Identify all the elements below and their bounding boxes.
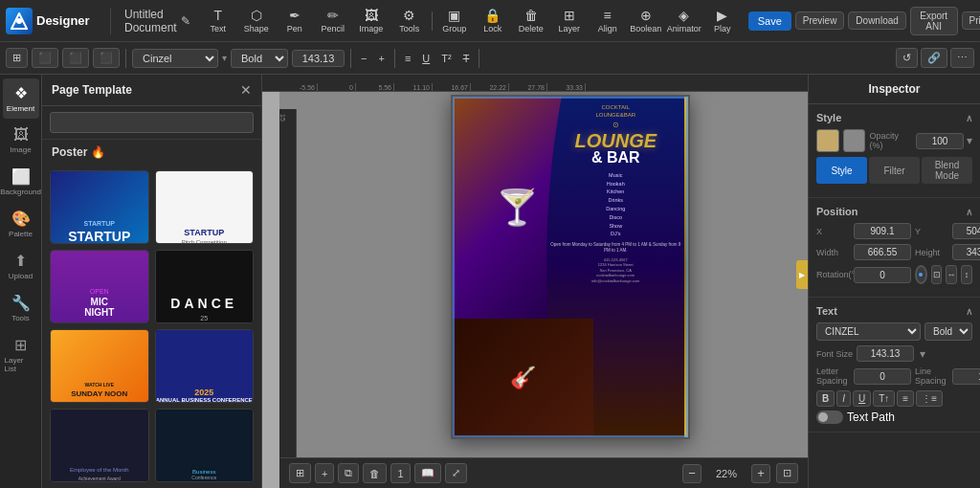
inspector-font-size-input[interactable]: [857, 345, 914, 362]
text-path-toggle[interactable]: [816, 410, 843, 424]
x-input[interactable]: [854, 223, 911, 239]
opacity-input[interactable]: [916, 133, 964, 149]
letter-spacing-input[interactable]: [854, 368, 911, 385]
tool-play[interactable]: ▶Play: [704, 3, 741, 39]
template-card-startup-white[interactable]: STARTUP Pitch Competition Free: [155, 170, 255, 244]
fill-color-swatch[interactable]: [816, 129, 839, 152]
style-chevron-icon[interactable]: ∧: [966, 113, 972, 123]
line-spacing-input[interactable]: [952, 368, 980, 385]
tool-lock[interactable]: 🔒Lock: [475, 3, 511, 39]
panel-title: Page Template: [52, 83, 132, 97]
template-card-football[interactable]: WATCH LIVE SUNDAY NOON FOOTBALL Free: [50, 329, 149, 403]
sidebar-item-upload[interactable]: ⬆ Upload: [3, 246, 39, 286]
tool-delete[interactable]: 🗑Delete: [513, 3, 549, 39]
download-button[interactable]: Download: [848, 11, 905, 30]
tool-align[interactable]: ≡Align: [590, 3, 626, 39]
tool-tools[interactable]: ⚙Tools: [391, 3, 428, 39]
template-card-8[interactable]: Business Conference: [155, 409, 255, 482]
book-view-button[interactable]: 📖: [414, 463, 441, 483]
inspector-font-family[interactable]: CINZEL: [816, 322, 921, 341]
tool-layer[interactable]: ⊞Layer: [551, 3, 588, 39]
y-input[interactable]: [952, 223, 980, 239]
sidebar-item-element[interactable]: ❖ Element: [3, 78, 39, 119]
export-ani-button[interactable]: Export ANI: [910, 7, 958, 35]
grid-toggle-button[interactable]: ⊞: [289, 463, 311, 483]
sidebar-item-layer-list[interactable]: ⊞ Layer List: [3, 330, 39, 379]
history-button[interactable]: ↺: [896, 48, 918, 68]
template-card-7[interactable]: Employee of the Month Achievement Award: [50, 409, 149, 482]
width-input[interactable]: [854, 244, 911, 260]
superscript-fmt-button[interactable]: T↑: [873, 390, 895, 407]
rotation-dial[interactable]: [915, 265, 927, 284]
style-tab-blend[interactable]: Blend Mode: [922, 157, 972, 184]
underline-fmt-button[interactable]: U: [853, 390, 871, 407]
preview-button[interactable]: Preview: [795, 11, 845, 30]
edit-title-icon[interactable]: ✎: [181, 14, 190, 28]
strikethrough-button[interactable]: T: [459, 51, 474, 66]
align-left-button[interactable]: ⬛: [32, 48, 58, 68]
sidebar-item-tools[interactable]: 🔧 Tools: [3, 288, 39, 328]
link-button[interactable]: 🔗: [921, 48, 947, 68]
align-icon-button[interactable]: ≡: [401, 51, 414, 66]
aspect-lock-button[interactable]: ⊡: [931, 265, 943, 284]
sidebar-item-background[interactable]: ⬜ Background: [3, 162, 39, 202]
italic-button[interactable]: I: [836, 390, 851, 407]
print-button[interactable]: Print: [962, 11, 980, 30]
design-canvas[interactable]: 🍸 COCKTAIL LOUNGE&BAR ⊙ LOUNGE &: [451, 95, 690, 439]
font-weight-select[interactable]: Bold: [231, 49, 288, 68]
font-size-input[interactable]: [292, 50, 345, 67]
add-page-button[interactable]: +: [315, 463, 334, 483]
tool-animator[interactable]: ◈Animator: [666, 3, 702, 39]
flip-h-button[interactable]: ↔: [946, 265, 957, 284]
tool-pencil[interactable]: ✏Pencil: [315, 3, 351, 39]
tool-image[interactable]: 🖼Image: [353, 3, 390, 39]
zoom-in-button[interactable]: +: [751, 464, 770, 483]
distribute-button[interactable]: ⬛: [93, 48, 120, 68]
rotation-input[interactable]: [854, 267, 911, 283]
sidebar-item-image[interactable]: 🖼 Image: [3, 121, 39, 160]
style-tab-filter[interactable]: Filter: [869, 157, 920, 184]
template-card-dance[interactable]: DANCE 25 💃 Free: [155, 250, 255, 323]
panel-close-button[interactable]: ✕: [240, 82, 252, 98]
inspector-font-weight[interactable]: Bold: [924, 322, 972, 341]
opacity-dropdown-icon[interactable]: ▾: [967, 134, 972, 147]
decrease-font-button[interactable]: −: [357, 51, 370, 66]
flip-v-button[interactable]: ↕: [961, 265, 972, 284]
superscript-button[interactable]: T²: [437, 51, 455, 66]
underline-button[interactable]: U: [418, 51, 434, 66]
align-fmt-button[interactable]: ≡: [897, 390, 914, 407]
template-card-startup-blue[interactable]: STARTUP STARTUP Pitch Competition Free: [50, 170, 149, 244]
position-chevron-icon[interactable]: ∧: [966, 207, 972, 217]
tool-shape[interactable]: ⬡Shape: [238, 3, 275, 39]
more-options-button[interactable]: ⋯: [950, 48, 974, 68]
page-count-button[interactable]: 1: [390, 463, 410, 483]
align-center-button[interactable]: ⬛: [62, 48, 89, 68]
tool-group[interactable]: ▣Group: [436, 3, 473, 39]
stroke-color-swatch[interactable]: [843, 129, 866, 152]
delete-page-button[interactable]: 🗑: [363, 463, 387, 483]
copy-page-button[interactable]: ⧉: [338, 463, 359, 483]
font-family-select[interactable]: Cinzel: [132, 49, 218, 68]
tool-text[interactable]: TText: [200, 3, 236, 39]
zoom-out-button[interactable]: −: [682, 464, 702, 483]
list-fmt-button[interactable]: ⋮≡: [916, 390, 943, 407]
save-button[interactable]: Save: [748, 11, 791, 31]
sidebar-item-palette[interactable]: 🎨 Palette: [3, 204, 39, 244]
bold-button[interactable]: B: [816, 390, 835, 407]
tool-boolean[interactable]: ⊕Boolean: [628, 3, 664, 39]
expand-panel-button[interactable]: ▶: [796, 260, 808, 289]
style-tab-style[interactable]: Style: [816, 157, 867, 184]
fit-button[interactable]: ⊡: [776, 463, 798, 483]
document-title[interactable]: Untitled Document ✎: [117, 8, 198, 34]
grid-view-button[interactable]: ⊞: [6, 48, 28, 68]
increase-font-button[interactable]: +: [374, 51, 388, 66]
height-input[interactable]: [952, 244, 980, 260]
text-chevron-icon[interactable]: ∧: [966, 306, 972, 317]
template-card-conference[interactable]: 2025 ANNUAL BUSINESS CONFERENCE Pro: [155, 329, 255, 403]
font-size-dropdown[interactable]: ▾: [920, 347, 925, 361]
tool-pen[interactable]: ✒Pen: [277, 3, 313, 39]
expand-view-button[interactable]: ⤢: [445, 463, 467, 483]
canvas-content[interactable]: 0 5 10 15 🍸: [279, 92, 808, 457]
template-card-open-mic[interactable]: OPEN MIC NIGHT 🎤 Free: [50, 250, 149, 323]
template-search-input[interactable]: [50, 112, 254, 133]
